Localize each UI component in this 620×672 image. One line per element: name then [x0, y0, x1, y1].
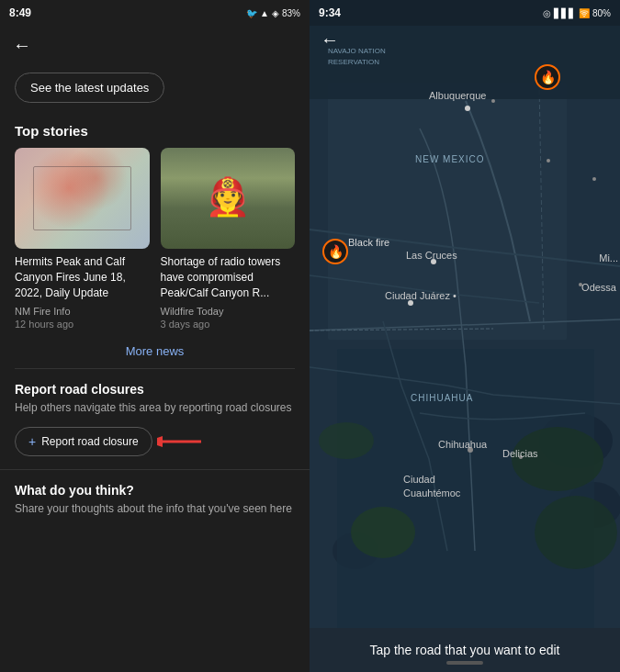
report-closure-label: Report road closure [41, 435, 138, 448]
tap-to-edit-bar: Tap the road that you want to edit [310, 628, 620, 672]
status-icons-left: 🐦 ▲ ◈ 83% [246, 8, 300, 18]
fire-icon-top: 🔥 [540, 70, 556, 84]
status-time-right: 9:34 [319, 6, 341, 19]
story-time-1: 12 hours ago [15, 319, 150, 330]
top-stories-label: Top stories [0, 118, 310, 148]
what-think-desc: Share your thoughts about the info that … [15, 501, 295, 517]
story-source-2: Wildfire Today [161, 306, 296, 317]
svg-point-9 [351, 507, 415, 558]
chihuahua-city-label: Chihuahua [438, 439, 487, 450]
svg-point-10 [512, 427, 603, 491]
odessa-label: Odessa [581, 282, 616, 293]
back-arrow-icon-right: ← [321, 29, 339, 50]
status-bar-left: 8:49 🐦 ▲ ◈ 83% [0, 0, 310, 26]
back-button-right[interactable]: ← [321, 29, 339, 50]
tap-to-edit-text: Tap the road that you want to edit [369, 643, 559, 657]
status-icons-right: ◎ ▋▋▋ 🛜 80% [543, 8, 611, 18]
more-news-wrap: More news [0, 330, 310, 368]
albuquerque-label: Albuquerque [429, 90, 486, 101]
story-source-1: NM Fire Info [15, 306, 150, 317]
report-road-closure-button[interactable]: + Report road closure [15, 427, 152, 456]
update-button-wrap: See the latest updates [0, 65, 310, 118]
back-arrow-icon: ← [13, 35, 31, 56]
road-closure-title: Report road closures [15, 382, 295, 397]
chihuahua-state-label: CHIHUAHUA [411, 393, 473, 403]
svg-text:RESERVATION: RESERVATION [328, 58, 379, 66]
signal-bars-icon: ▋▋▋ [554, 8, 576, 18]
black-fire-label: Black fire [348, 237, 389, 248]
plus-icon: + [28, 434, 36, 449]
story-card-2[interactable]: Shortage of radio towers have compromise… [161, 148, 296, 330]
wifi-icon-right: 🛜 [579, 8, 590, 18]
ciudad-cuauhtemoc-label: CiudadCuauhtémoc [403, 473, 460, 501]
what-think-title: What do you think? [15, 483, 295, 498]
delicias-label: Delicias [502, 448, 538, 459]
story-card-1[interactable]: Hermits Peak and Calf Canyon Fires June … [15, 148, 150, 330]
road-closure-section: Report road closures Help others navigat… [0, 369, 310, 469]
svg-point-19 [491, 99, 495, 103]
road-closure-desc: Help others navigate this area by report… [15, 400, 295, 416]
signal-icon: ▲ [260, 8, 269, 18]
status-bar-right: 9:34 ◎ ▋▋▋ 🛜 80% [310, 0, 620, 26]
right-panel: NAVAJO NATION RESERVATION 9:34 ◎ ▋▋▋ 🛜 8… [310, 0, 620, 672]
las-cruces-label: Las Cruces [406, 250, 457, 261]
story-title-1: Hermits Peak and Calf Canyon Fires June … [15, 254, 150, 300]
more-news-button[interactable]: More news [126, 344, 185, 358]
svg-point-21 [592, 177, 596, 181]
top-stories-row: Hermits Peak and Calf Canyon Fires June … [0, 148, 310, 330]
battery-right: 80% [592, 8, 611, 18]
story-image-2 [161, 148, 296, 249]
status-time-left: 8:49 [9, 6, 31, 19]
story-image-1 [15, 148, 150, 249]
see-latest-updates-button[interactable]: See the latest updates [15, 73, 164, 103]
svg-point-16 [465, 106, 470, 111]
midland-label: Mi... [599, 252, 618, 263]
red-arrow-indicator [157, 431, 203, 453]
ciudad-juarez-label: Ciudad Juárez • [385, 290, 457, 301]
fire-pin-top[interactable]: 🔥 [535, 64, 560, 90]
story-title-2: Shortage of radio towers have compromise… [161, 254, 296, 300]
fire-pin-black-fire[interactable]: 🔥 [322, 239, 348, 264]
story-time-2: 3 days ago [161, 319, 296, 330]
back-button-left[interactable]: ← [0, 26, 310, 65]
wifi-icon: ◈ [272, 8, 279, 18]
svg-point-11 [535, 496, 617, 569]
location-icon: ◎ [543, 8, 551, 18]
fire-icon-black-fire: 🔥 [328, 244, 344, 259]
svg-point-20 [547, 159, 550, 162]
battery-left: 83% [282, 8, 300, 18]
twitter-icon: 🐦 [246, 8, 257, 18]
left-panel: 8:49 🐦 ▲ ◈ 83% ← See the latest updates … [0, 0, 310, 672]
new-mexico-label: NEW MEXICO [415, 154, 485, 164]
bottom-handle [446, 661, 483, 665]
what-do-you-think-section: What do you think? Share your thoughts a… [0, 469, 310, 530]
svg-point-12 [319, 422, 374, 459]
